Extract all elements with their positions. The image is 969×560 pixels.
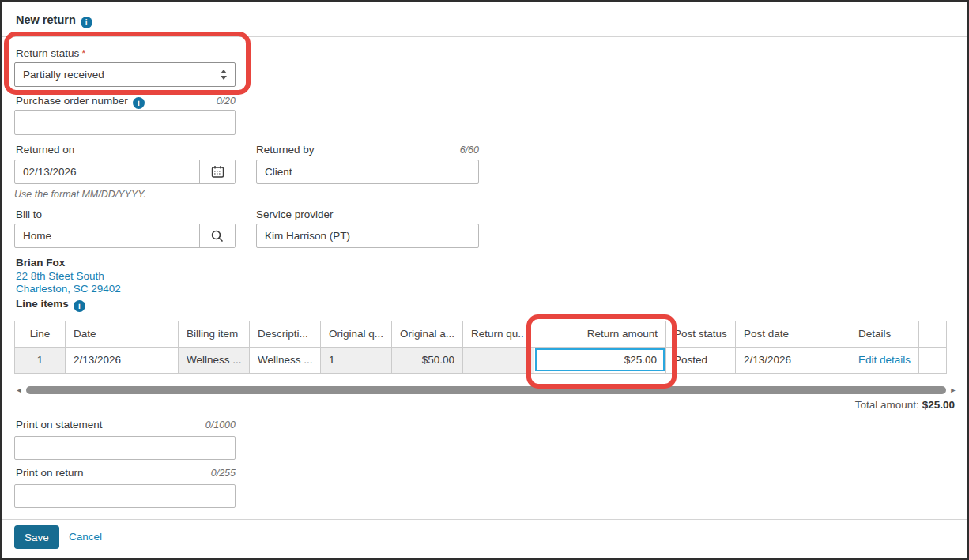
bill-to-input[interactable]	[15, 224, 199, 247]
total-amount-label: Total amount:	[855, 399, 919, 411]
info-icon[interactable]: i	[74, 300, 85, 312]
returned-by-input[interactable]	[256, 160, 479, 184]
column-header-details: Details	[850, 321, 919, 348]
calendar-button[interactable]	[199, 160, 235, 183]
return-amount-input[interactable]	[535, 348, 665, 371]
purchase-order-input[interactable]	[14, 110, 236, 135]
page-header: New returni	[16, 13, 92, 28]
new-return-page: New returni Return status* Partially rec…	[0, 0, 969, 560]
total-amount: Total amount:$25.00	[855, 399, 955, 411]
cell-original-amount: $50.00	[392, 348, 463, 374]
total-amount-value: $25.00	[922, 399, 955, 411]
returned-by-counter: 6/60	[256, 145, 479, 156]
purchase-order-counter: 0/20	[14, 96, 236, 107]
column-header-original-qty: Original q...	[321, 321, 392, 348]
horizontal-scrollbar[interactable]: ◄ ►	[14, 385, 958, 395]
print-on-statement-counter: 0/1000	[14, 419, 236, 430]
address-link-line2[interactable]: Charleston, SC 29402	[16, 283, 121, 295]
cell-post-status: Posted	[666, 348, 736, 374]
calendar-icon	[211, 165, 224, 179]
select-spinner-icon	[221, 70, 227, 80]
cell-return-amount	[534, 348, 666, 374]
print-on-statement-input[interactable]	[14, 436, 236, 460]
service-provider-label: Service provider	[256, 209, 334, 220]
cancel-link[interactable]: Cancel	[69, 531, 102, 543]
bill-to-field	[14, 224, 236, 248]
column-header-original-amount: Original a...	[392, 321, 463, 348]
column-header-return-qty: Return qu..	[463, 321, 534, 348]
cell-original-qty: 1	[321, 348, 392, 374]
column-header-date: Date	[66, 321, 179, 348]
search-button[interactable]	[199, 224, 235, 247]
date-format-hint: Use the format MM/DD/YYYY.	[14, 189, 146, 200]
returned-on-label: Returned on	[16, 144, 74, 156]
return-status-label: Return status*	[16, 47, 86, 59]
column-header-return-amount: Return amount	[534, 321, 666, 348]
print-on-return-input[interactable]	[14, 484, 236, 508]
return-status-value: Partially received	[23, 69, 221, 81]
search-icon	[210, 229, 224, 243]
cell-date[interactable]: 2/13/2026	[66, 348, 179, 374]
contact-name: Brian Fox	[16, 257, 65, 269]
save-button[interactable]: Save	[14, 525, 59, 549]
return-status-select[interactable]: Partially received	[14, 62, 236, 87]
edit-details-link[interactable]: Edit details	[858, 354, 911, 366]
column-header-billing-item: Billing item	[179, 321, 250, 348]
cell-blank	[919, 348, 947, 374]
returned-on-field	[14, 160, 236, 184]
column-header-line: Line	[15, 321, 66, 348]
line-items-label: Line items	[16, 298, 69, 310]
line-items-header: Line itemsi	[16, 298, 85, 312]
bill-to-label: Bill to	[16, 209, 42, 220]
returned-on-input[interactable]	[15, 160, 199, 183]
cell-details: Edit details	[850, 348, 919, 374]
column-header-post-date: Post date	[736, 321, 850, 348]
cell-billing-item: Wellness ...	[179, 348, 250, 374]
scroll-left-icon[interactable]: ◄	[14, 385, 24, 395]
scrollbar-thumb[interactable]	[26, 386, 946, 394]
header-divider	[2, 36, 967, 37]
column-header-description: Descripti...	[250, 321, 321, 348]
service-provider-input[interactable]	[256, 224, 479, 248]
cell-line: 1	[15, 348, 66, 374]
page-title: New return	[16, 13, 76, 26]
scroll-right-icon[interactable]: ►	[948, 385, 958, 395]
info-icon[interactable]: i	[81, 17, 92, 28]
print-on-return-counter: 0/255	[14, 468, 236, 479]
required-asterisk: *	[81, 47, 85, 59]
cell-post-date: 2/13/2026	[736, 348, 850, 374]
column-header-post-status: Post status	[666, 321, 736, 348]
line-items-table: Line Date Billing item Descripti... Orig…	[14, 321, 947, 374]
footer-divider	[2, 519, 967, 520]
address-link-line1[interactable]: 22 8th Steet South	[16, 270, 104, 282]
cell-description[interactable]: Wellness ...	[250, 348, 321, 374]
cell-return-qty	[463, 348, 534, 374]
column-header-blank	[919, 321, 947, 348]
